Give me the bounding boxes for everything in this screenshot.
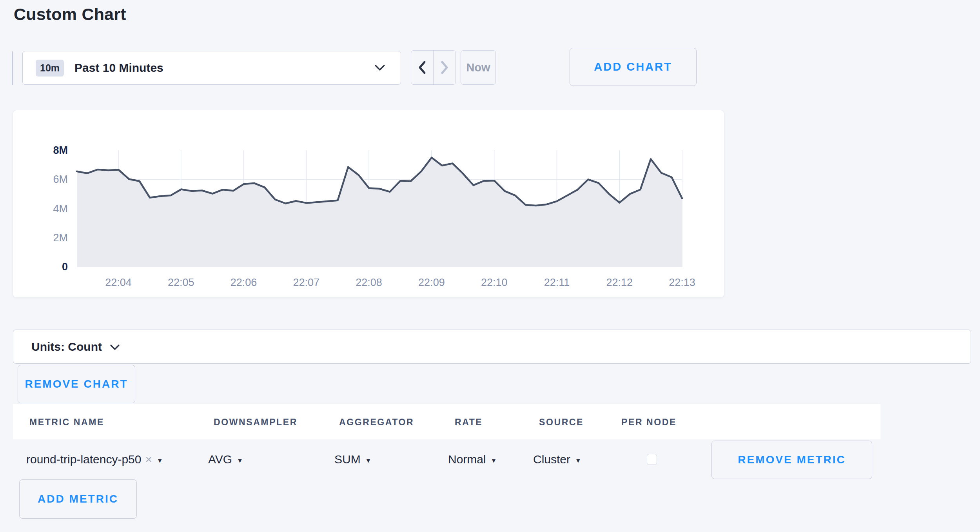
area-fill [77,158,682,267]
add-chart-button[interactable]: ADD CHART [570,48,697,86]
axis-tick-label: 22:13 [669,277,695,288]
chevron-down-icon [110,344,120,351]
column-header-downsampler: DOWNSAMPLER [214,404,298,439]
axis-tick-label: 8M [53,144,68,156]
axis-tick-label: 2M [53,232,68,244]
axis-tick-label: 22:04 [105,277,132,288]
chevron-right-icon [440,60,449,75]
column-header-metric-name: METRIC NAME [29,404,104,439]
remove-tag-icon[interactable]: × [145,453,152,466]
axis-tick-label: 22:07 [293,277,320,288]
axis-tick-label: 4M [53,203,68,215]
column-header-rate: RATE [455,404,483,439]
column-header-per-node: PER NODE [621,404,677,439]
page-title: Custom Chart [14,5,126,24]
remove-chart-button[interactable]: REMOVE CHART [18,365,135,403]
caret-down-icon: ▾ [576,454,580,465]
downsampler-dropdown[interactable]: AVG ▾ [208,439,242,479]
axis-tick-label: 22:10 [481,277,508,288]
downsampler-value: AVG [208,453,232,466]
rate-value: Normal [448,453,486,466]
chart-card: 02M4M6M8M22:0422:0522:0622:0722:0822:092… [13,110,724,297]
timeseries-chart: 02M4M6M8M22:0422:0522:0622:0722:0822:092… [13,110,724,297]
axis-tick-label: 22:05 [168,277,194,288]
metric-row: round-trip-latency-p50 × ▾ AVG ▾ SUM ▾ N… [13,439,971,479]
metrics-table-header: METRIC NAME DOWNSAMPLER AGGREGATOR RATE … [13,404,880,439]
time-range-badge: 10m [36,60,64,77]
caret-down-icon: ▾ [492,454,496,465]
add-metric-button[interactable]: ADD METRIC [19,479,137,519]
axis-tick-label: 6M [53,173,68,185]
time-range-dropdown[interactable]: 10m Past 10 Minutes [22,51,401,85]
column-header-source: SOURCE [539,404,584,439]
source-dropdown[interactable]: Cluster ▾ [533,439,580,479]
toolbar-divider [12,51,13,85]
column-header-aggregator: AGGREGATOR [339,404,414,439]
axis-tick-label: 0 [62,261,68,273]
per-node-checkbox[interactable] [647,454,657,465]
now-button[interactable]: Now [461,50,496,85]
axis-tick-label: 22:11 [544,277,570,288]
time-pager [411,50,456,85]
caret-down-icon: ▾ [158,454,162,465]
metric-name-dropdown[interactable]: round-trip-latency-p50 × ▾ [26,439,162,479]
units-dropdown[interactable]: Units: Count [13,330,971,364]
chevron-down-icon [374,64,386,72]
caret-down-icon: ▾ [367,454,370,465]
next-timeframe-button[interactable] [434,51,456,84]
axis-tick-label: 22:06 [230,277,257,288]
prev-timeframe-button[interactable] [411,51,434,84]
axis-tick-label: 22:12 [606,277,633,288]
axis-tick-label: 22:09 [418,277,445,288]
metric-name-value: round-trip-latency-p50 [26,453,141,466]
caret-down-icon: ▾ [238,454,242,465]
time-range-label: Past 10 Minutes [74,61,163,75]
axis-tick-label: 22:08 [356,277,382,288]
remove-metric-button[interactable]: REMOVE METRIC [711,441,872,479]
aggregator-value: SUM [334,453,361,466]
chevron-left-icon [418,60,426,75]
aggregator-dropdown[interactable]: SUM ▾ [334,439,370,479]
rate-dropdown[interactable]: Normal ▾ [448,439,495,479]
units-label: Units: Count [31,340,102,353]
source-value: Cluster [533,453,570,466]
